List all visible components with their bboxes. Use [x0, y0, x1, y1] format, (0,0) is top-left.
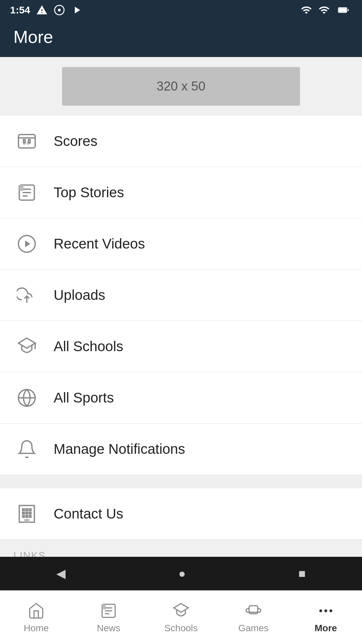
menu-item-scores[interactable]: 1:0 Scores — [0, 116, 362, 167]
back-button[interactable]: ◀ — [56, 567, 66, 581]
section-divider — [0, 475, 362, 488]
target-icon — [54, 4, 65, 16]
basketball-icon — [13, 384, 40, 411]
svg-marker-9 — [25, 240, 30, 247]
home-nav-icon — [27, 601, 46, 620]
signal-icon — [318, 4, 330, 16]
status-bar: 1:54 — [0, 0, 362, 20]
all-sports-label: All Sports — [54, 390, 114, 406]
building-icon — [13, 500, 40, 527]
nav-item-home[interactable]: Home — [0, 591, 72, 644]
nav-item-news[interactable]: News — [72, 591, 145, 644]
svg-rect-3 — [339, 8, 347, 12]
svg-marker-16 — [174, 603, 188, 612]
news-nav-label: News — [97, 623, 120, 634]
scoreboard-icon: 1:0 — [13, 128, 40, 155]
status-right — [300, 4, 352, 16]
games-nav-icon — [244, 601, 263, 620]
top-stories-label: Top Stories — [54, 184, 124, 201]
games-nav-label: Games — [238, 623, 268, 634]
schools-nav-icon — [172, 601, 190, 620]
menu-item-all-sports[interactable]: All Sports — [0, 372, 362, 424]
recent-apps-button[interactable]: ■ — [298, 567, 306, 581]
all-schools-label: All Schools — [54, 338, 123, 355]
menu-item-recent-videos[interactable]: Recent Videos — [0, 218, 362, 270]
svg-marker-10 — [18, 338, 35, 348]
svg-rect-7 — [19, 185, 24, 191]
play-circle-icon — [13, 230, 40, 257]
android-nav-bar: ◀ ● ■ — [0, 557, 362, 590]
nav-item-games[interactable]: Games — [217, 591, 290, 644]
home-button[interactable]: ● — [178, 567, 186, 581]
status-left: 1:54 — [10, 4, 82, 16]
svg-point-19 — [324, 609, 327, 612]
menu-item-uploads[interactable]: Uploads — [0, 270, 362, 321]
svg-rect-17 — [249, 605, 258, 612]
more-nav-icon — [316, 601, 335, 620]
home-nav-label: Home — [24, 623, 49, 634]
nav-item-schools[interactable]: Schools — [145, 591, 217, 644]
recent-videos-label: Recent Videos — [54, 236, 145, 252]
schools-nav-label: Schools — [164, 623, 198, 634]
ad-container: 320 x 50 — [0, 57, 362, 116]
bottom-nav: Home News Schools Games — [0, 590, 362, 644]
contact-us-label: Contact Us — [54, 506, 123, 522]
menu-item-all-schools[interactable]: All Schools — [0, 321, 362, 372]
play-icon — [71, 4, 82, 16]
upload-cloud-icon — [13, 282, 40, 309]
graduation-cap-icon — [13, 333, 40, 360]
more-nav-label: More — [315, 623, 337, 634]
page-title: More — [13, 27, 53, 47]
menu-list: 1:0 Scores Top Stories Recent Videos — [0, 116, 362, 475]
menu-item-manage-notifications[interactable]: Manage Notifications — [0, 424, 362, 475]
nav-item-more[interactable]: More — [290, 591, 362, 644]
ad-banner: 320 x 50 — [62, 67, 300, 106]
ad-text: 320 x 50 — [157, 79, 205, 94]
uploads-label: Uploads — [54, 287, 105, 303]
secondary-menu-list: Contact Us — [0, 488, 362, 540]
warning-icon — [36, 4, 48, 16]
menu-item-contact-us[interactable]: Contact Us — [0, 488, 362, 540]
svg-text:1:0: 1:0 — [23, 140, 30, 146]
status-time: 1:54 — [10, 4, 30, 16]
battery-icon — [335, 4, 352, 16]
svg-rect-15 — [102, 604, 106, 609]
manage-notifications-label: Manage Notifications — [54, 441, 185, 457]
wifi-icon — [300, 4, 313, 16]
svg-point-18 — [319, 609, 322, 612]
menu-item-top-stories[interactable]: Top Stories — [0, 167, 362, 218]
news-nav-icon — [99, 601, 118, 620]
svg-point-20 — [329, 609, 333, 612]
header: More — [0, 20, 362, 57]
newspaper-icon — [13, 179, 40, 206]
scores-label: Scores — [54, 133, 98, 149]
svg-point-1 — [58, 9, 61, 12]
bell-icon — [13, 436, 40, 463]
